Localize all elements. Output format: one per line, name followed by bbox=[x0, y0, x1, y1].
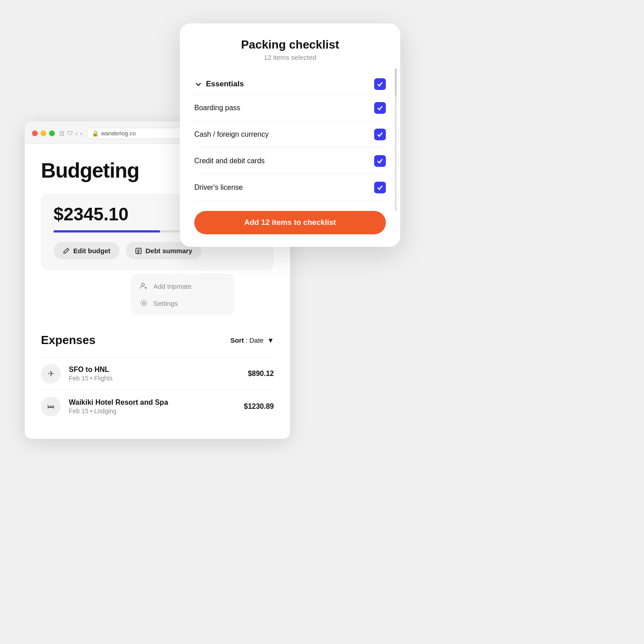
checkmark-icon bbox=[377, 81, 383, 87]
expenses-title: Expenses bbox=[41, 333, 95, 347]
expenses-section: Expenses Sort : Date ▼ ✈ SFO to HNL Feb … bbox=[41, 333, 274, 423]
edit-budget-button[interactable]: Edit budget bbox=[54, 242, 120, 259]
hotel-icon: 🛏 bbox=[41, 397, 61, 416]
lock-icon: 🔒 bbox=[92, 130, 99, 137]
expenses-header: Expenses Sort : Date ▼ bbox=[41, 333, 274, 347]
expense-name-hotel: Waikiki Hotel Resort and Spa bbox=[69, 398, 236, 407]
expense-item-hotel: 🛏 Waikiki Hotel Resort and Spa Feb 15 • … bbox=[41, 390, 274, 423]
svg-point-4 bbox=[142, 283, 144, 286]
checklist-section-label: Essentials bbox=[194, 80, 244, 89]
traffic-light-green[interactable] bbox=[49, 130, 55, 136]
browser-nav-icons: ⊡ 🛡 ‹ › bbox=[59, 130, 82, 137]
cash-checkbox[interactable] bbox=[374, 129, 386, 140]
boarding-pass-label: Boarding pass bbox=[194, 104, 240, 112]
sort-label: Sort bbox=[230, 336, 244, 344]
expense-meta-hotel: Feb 15 • Lodging bbox=[69, 407, 236, 415]
sort-chevron-icon: ▼ bbox=[267, 336, 274, 344]
checklist-title: Packing checklist bbox=[194, 38, 386, 52]
checklist-item-boarding-pass: Boarding pass bbox=[194, 95, 386, 121]
traffic-lights bbox=[32, 130, 55, 136]
boarding-pass-checkbox[interactable] bbox=[374, 102, 386, 114]
cash-label: Cash / foreign currency bbox=[194, 130, 268, 139]
checklist-card: Packing checklist 12 items selected Esse… bbox=[180, 23, 400, 247]
credit-checkbox[interactable] bbox=[374, 155, 386, 167]
add-tripmate-menu-item[interactable]: Add tripmate bbox=[136, 277, 229, 295]
forward-icon[interactable]: › bbox=[80, 130, 82, 137]
settings-menu-item[interactable]: Settings bbox=[136, 295, 229, 312]
checklist-item-cash: Cash / foreign currency bbox=[194, 121, 386, 148]
context-menu: Add tripmate Settings bbox=[131, 274, 234, 315]
budget-bar-fill bbox=[54, 230, 160, 233]
check-icon bbox=[377, 158, 383, 164]
checklist-header: Packing checklist 12 items selected bbox=[194, 38, 386, 61]
checklist-subtitle: 12 items selected bbox=[194, 54, 386, 61]
flight-icon: ✈ bbox=[41, 364, 61, 384]
check-icon bbox=[377, 105, 383, 111]
add-to-checklist-button[interactable]: Add 12 items to checklist bbox=[194, 211, 386, 234]
sort-control[interactable]: Sort : Date ▼ bbox=[230, 336, 274, 344]
pencil-icon bbox=[63, 247, 70, 255]
expense-name-flight: SFO to HNL bbox=[69, 366, 240, 374]
expense-amount-hotel: $1230.89 bbox=[244, 402, 274, 411]
checklist-section-header[interactable]: Essentials bbox=[194, 74, 386, 95]
add-tripmate-label: Add tripmate bbox=[153, 282, 192, 290]
scrollbar-thumb[interactable] bbox=[395, 68, 397, 95]
list-icon bbox=[135, 247, 142, 255]
url-text: wanderlog.co bbox=[101, 130, 136, 137]
section-checkbox[interactable] bbox=[374, 78, 386, 90]
chevron-down-icon bbox=[194, 80, 202, 88]
drivers-license-checkbox[interactable] bbox=[374, 182, 386, 193]
person-plus-icon bbox=[140, 282, 148, 290]
check-icon bbox=[377, 184, 383, 191]
settings-label: Settings bbox=[153, 300, 178, 307]
expense-info-hotel: Waikiki Hotel Resort and Spa Feb 15 • Lo… bbox=[69, 398, 236, 415]
shield-icon: 🛡 bbox=[67, 130, 73, 137]
checklist-item-credit: Credit and debit cards bbox=[194, 148, 386, 174]
traffic-light-red[interactable] bbox=[32, 130, 38, 136]
expense-info-flight: SFO to HNL Feb 15 • Flights bbox=[69, 366, 240, 382]
credit-label: Credit and debit cards bbox=[194, 157, 265, 165]
sort-colon: : bbox=[246, 336, 247, 344]
back-icon[interactable]: ‹ bbox=[76, 130, 77, 137]
drivers-license-label: Driver's license bbox=[194, 183, 243, 192]
traffic-light-yellow[interactable] bbox=[40, 130, 46, 136]
expense-item-flight: ✈ SFO to HNL Feb 15 • Flights $890.12 bbox=[41, 357, 274, 390]
expense-amount-flight: $890.12 bbox=[248, 370, 274, 378]
sidebar-toggle-icon[interactable]: ⊡ bbox=[59, 130, 64, 137]
svg-point-7 bbox=[143, 302, 145, 304]
settings-gear-icon bbox=[140, 299, 148, 307]
sort-value: Date bbox=[249, 336, 264, 344]
scrollbar[interactable] bbox=[395, 68, 397, 211]
checklist-item-drivers-license: Driver's license bbox=[194, 174, 386, 201]
check-icon bbox=[377, 131, 383, 138]
expense-meta-flight: Feb 15 • Flights bbox=[69, 375, 240, 382]
